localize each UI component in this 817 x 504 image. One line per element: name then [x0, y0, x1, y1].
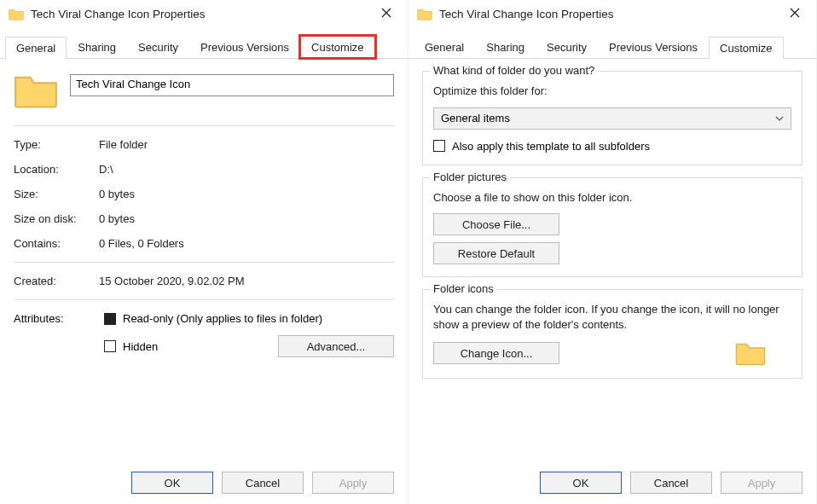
titlebar: Tech Viral Change Icon Properties — [408, 0, 816, 27]
footer-buttons: OK Cancel Apply — [0, 461, 408, 504]
tab-security[interactable]: Security — [127, 36, 189, 58]
window-title: Tech Viral Change Icon Properties — [439, 8, 782, 20]
checkbox-empty-icon — [433, 140, 445, 152]
tab-row: General Sharing Security Previous Versio… — [408, 27, 816, 59]
choose-file-desc: Choose a file to show on this folder ico… — [433, 190, 791, 206]
location-label: Location: — [14, 163, 99, 176]
details-grid: Type: File folder Location: D:\ Size: 0 … — [14, 138, 394, 250]
footer-buttons: OK Cancel Apply — [408, 461, 816, 504]
tab-customize[interactable]: Customize — [300, 36, 374, 58]
titlebar: Tech Viral Change Icon Properties — [0, 0, 408, 27]
advanced-button[interactable]: Advanced... — [278, 335, 394, 357]
folder-icon — [417, 8, 432, 20]
also-apply-label: Also apply this template to all subfolde… — [452, 140, 650, 153]
attributes-label: Attributes: — [14, 312, 99, 325]
folder-name-input[interactable]: Tech Viral Change Icon — [70, 74, 394, 96]
tab-sharing[interactable]: Sharing — [475, 36, 536, 58]
contains-value: 0 Files, 0 Folders — [99, 237, 394, 250]
checkbox-filled-icon — [104, 313, 116, 325]
folder-pictures-group: Folder pictures Choose a file to show on… — [422, 177, 803, 278]
group-legend: Folder icons — [430, 282, 497, 295]
sizeondisk-value: 0 bytes — [99, 212, 394, 225]
folder-large-icon — [14, 71, 58, 110]
location-value: D:\ — [99, 163, 394, 176]
close-button[interactable] — [374, 8, 399, 20]
tab-previous-versions[interactable]: Previous Versions — [598, 36, 709, 58]
properties-window-customize: Tech Viral Change Icon Properties Genera… — [408, 0, 817, 504]
created-value: 15 October 2020, 9.02.02 PM — [99, 275, 394, 287]
size-label: Size: — [14, 188, 99, 200]
tab-row: General Sharing Security Previous Versio… — [0, 27, 408, 59]
tab-previous-versions[interactable]: Previous Versions — [189, 36, 300, 58]
readonly-label: Read-only (Only applies to files in fold… — [123, 312, 322, 325]
folder-icon — [9, 8, 24, 20]
chevron-down-icon — [775, 114, 784, 123]
close-icon — [381, 8, 391, 18]
tab-general[interactable]: General — [5, 37, 67, 59]
type-label: Type: — [14, 138, 99, 151]
apply-button: Apply — [721, 472, 803, 494]
window-title: Tech Viral Change Icon Properties — [31, 8, 374, 20]
created-label: Created: — [14, 275, 99, 287]
properties-window-general: Tech Viral Change Icon Properties Genera… — [0, 0, 408, 504]
sizeondisk-label: Size on disk: — [14, 212, 99, 225]
hidden-checkbox[interactable]: Hidden — [104, 340, 273, 353]
folder-icons-group: Folder icons You can change the folder i… — [422, 289, 803, 379]
hidden-label: Hidden — [123, 340, 158, 353]
checkbox-empty-icon — [104, 340, 116, 352]
tab-security[interactable]: Security — [536, 36, 598, 58]
icon-desc: You can change the folder icon. If you c… — [433, 302, 791, 332]
optimize-select[interactable]: General items — [433, 107, 791, 130]
general-content: Tech Viral Change Icon Type: File folder… — [0, 59, 408, 461]
ok-button[interactable]: OK — [540, 472, 622, 494]
ok-button[interactable]: OK — [131, 472, 213, 494]
tab-customize[interactable]: Customize — [709, 37, 783, 59]
customize-content: What kind of folder do you want? Optimiz… — [408, 59, 816, 461]
tab-general[interactable]: General — [414, 36, 475, 58]
change-icon-button[interactable]: Change Icon... — [433, 342, 559, 364]
size-value: 0 bytes — [99, 188, 394, 200]
cancel-button[interactable]: Cancel — [630, 472, 712, 494]
readonly-checkbox[interactable]: Read-only (Only applies to files in fold… — [104, 312, 389, 325]
choose-file-button[interactable]: Choose File... — [433, 213, 559, 235]
restore-default-button[interactable]: Restore Default — [433, 242, 559, 264]
folder-preview-icon — [735, 340, 766, 366]
group-legend: Folder pictures — [430, 171, 510, 183]
contains-label: Contains: — [14, 237, 99, 250]
apply-button: Apply — [312, 472, 394, 494]
close-icon — [790, 8, 800, 18]
cancel-button[interactable]: Cancel — [222, 472, 304, 494]
group-legend: What kind of folder do you want? — [430, 64, 598, 77]
folder-kind-group: What kind of folder do you want? Optimiz… — [422, 71, 803, 165]
optimize-label: Optimize this folder for: — [433, 84, 791, 99]
tab-sharing[interactable]: Sharing — [67, 36, 127, 58]
also-apply-checkbox[interactable]: Also apply this template to all subfolde… — [433, 140, 791, 153]
select-value: General items — [441, 112, 510, 125]
close-button[interactable] — [782, 8, 808, 20]
type-value: File folder — [99, 138, 394, 151]
